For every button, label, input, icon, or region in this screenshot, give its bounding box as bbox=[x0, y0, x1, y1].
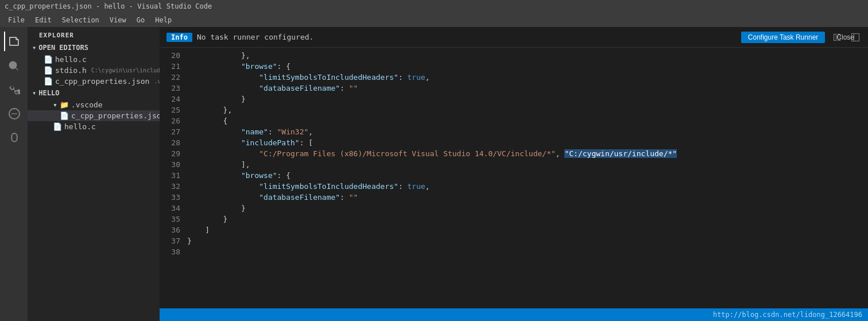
search-icon[interactable] bbox=[4, 56, 24, 75]
open-editors-section[interactable]: ▾ OPEN EDITORS bbox=[28, 41, 160, 54]
status-url: http://blog.csdn.net/lidong_12664196 bbox=[713, 311, 862, 319]
hello-c-file[interactable]: 📄 hello.c bbox=[28, 121, 160, 132]
notification-bar: Info No task runner configured. Configur… bbox=[160, 27, 868, 48]
code-line-22: "limitSymbolsToIncludedHeaders": true, bbox=[187, 72, 857, 83]
code-line-35: } bbox=[187, 214, 857, 225]
code-line-31: "browse": { bbox=[187, 170, 857, 181]
open-editor-stdio-h-badge: C:\cygwin\usr\include bbox=[91, 67, 160, 74]
code-line-21: "browse": { bbox=[187, 61, 857, 72]
no-extensions-icon[interactable] bbox=[4, 104, 24, 123]
hello-c-label: hello.c bbox=[64, 122, 96, 131]
code-line-29: "C:/Program Files (x86)/Microsoft Visual… bbox=[187, 148, 857, 159]
code-line-33: "databaseFilename": "" bbox=[187, 192, 857, 203]
menu-selection[interactable]: Selection bbox=[57, 15, 104, 25]
open-editor-hello-c[interactable]: 📄 hello.c bbox=[28, 54, 160, 65]
activity-bar bbox=[0, 27, 28, 321]
notification-message: No task runner configured. bbox=[197, 33, 737, 41]
file-icon: 📄 bbox=[44, 77, 53, 86]
code-line-20: }, bbox=[187, 50, 857, 61]
hello-folder-section[interactable]: ▾ HELLO bbox=[28, 87, 160, 99]
code-line-28: "includePath": [ bbox=[187, 137, 857, 148]
open-editor-hello-c-label: hello.c bbox=[55, 55, 87, 64]
file-icon: 📄 bbox=[44, 66, 53, 75]
title-text: c_cpp_properties.json - hello - Visual S… bbox=[5, 2, 212, 10]
code-line-25: }, bbox=[187, 105, 857, 115]
vscode-folder[interactable]: ▾ 📁 .vscode bbox=[28, 99, 160, 110]
status-bar: http://blog.csdn.net/lidong_12664196 bbox=[160, 308, 868, 321]
menu-go[interactable]: Go bbox=[132, 15, 149, 25]
source-control-icon[interactable] bbox=[4, 80, 24, 99]
menu-bar: File Edit Selection View Go Help bbox=[0, 13, 868, 27]
code-line-30: ], bbox=[187, 159, 857, 170]
toggle-sidebar-icon[interactable] bbox=[847, 29, 863, 45]
files-icon[interactable] bbox=[4, 32, 24, 51]
split-editor-icon[interactable] bbox=[829, 29, 845, 45]
code-editor[interactable]: 20 21 22 23 24 25 26 27 28 29 30 31 32 3… bbox=[160, 48, 868, 308]
open-editor-cpp-props[interactable]: 📄 c_cpp_properties.json .vscode bbox=[28, 76, 160, 87]
hello-folder-triangle: ▾ bbox=[32, 89, 36, 97]
folder-icon: 📁 bbox=[60, 100, 69, 109]
open-editor-cpp-props-badge: .vscode bbox=[154, 78, 160, 84]
code-line-27: "name": "Win32", bbox=[187, 126, 857, 137]
editor-area: Info No task runner configured. Configur… bbox=[160, 27, 868, 321]
cpp-properties-file[interactable]: 📄 c_cpp_properties.json bbox=[28, 110, 160, 121]
code-line-24: } bbox=[187, 94, 857, 105]
debug-icon[interactable] bbox=[4, 128, 24, 148]
open-editor-cpp-props-label: c_cpp_properties.json bbox=[55, 77, 149, 86]
line-numbers: 20 21 22 23 24 25 26 27 28 29 30 31 32 3… bbox=[160, 50, 187, 308]
editor-actions bbox=[829, 27, 868, 48]
vscode-folder-triangle: ▾ bbox=[53, 100, 57, 109]
open-editors-label: OPEN EDITORS bbox=[38, 44, 88, 52]
code-line-36: ] bbox=[187, 225, 857, 235]
info-badge: Info bbox=[166, 33, 192, 42]
code-line-23: "databaseFilename": "" bbox=[187, 83, 857, 94]
sidebar: EXPLORER ▾ OPEN EDITORS 📄 hello.c 📄 stdi… bbox=[28, 27, 160, 321]
menu-help[interactable]: Help bbox=[150, 15, 176, 25]
menu-edit[interactable]: Edit bbox=[30, 15, 56, 25]
vscode-folder-label: .vscode bbox=[71, 100, 103, 109]
file-icon: 📄 bbox=[44, 55, 53, 64]
code-line-37: } bbox=[187, 235, 857, 246]
configure-task-runner-button[interactable]: Configure Task Runner bbox=[741, 32, 826, 43]
menu-view[interactable]: View bbox=[105, 15, 131, 25]
hello-c-icon: 📄 bbox=[53, 122, 62, 131]
open-editors-triangle: ▾ bbox=[32, 44, 36, 52]
menu-file[interactable]: File bbox=[3, 15, 29, 25]
code-line-26: { bbox=[187, 115, 857, 126]
main-layout: EXPLORER ▾ OPEN EDITORS 📄 hello.c 📄 stdi… bbox=[0, 27, 868, 321]
cpp-properties-label: c_cpp_properties.json bbox=[71, 111, 160, 120]
cpp-file-icon: 📄 bbox=[60, 111, 69, 120]
open-editor-stdio-h[interactable]: 📄 stdio.h C:\cygwin\usr\include bbox=[28, 65, 160, 76]
code-line-32: "limitSymbolsToIncludedHeaders": true, bbox=[187, 181, 857, 192]
title-bar: c_cpp_properties.json - hello - Visual S… bbox=[0, 0, 868, 13]
code-line-38 bbox=[187, 246, 857, 257]
sidebar-header: EXPLORER bbox=[28, 27, 160, 41]
open-editor-stdio-h-label: stdio.h bbox=[55, 66, 87, 75]
code-content: }, "browse": { "limitSymbolsToIncludedHe… bbox=[187, 50, 868, 308]
hello-folder-label: HELLO bbox=[38, 89, 59, 97]
code-line-34: } bbox=[187, 203, 857, 214]
